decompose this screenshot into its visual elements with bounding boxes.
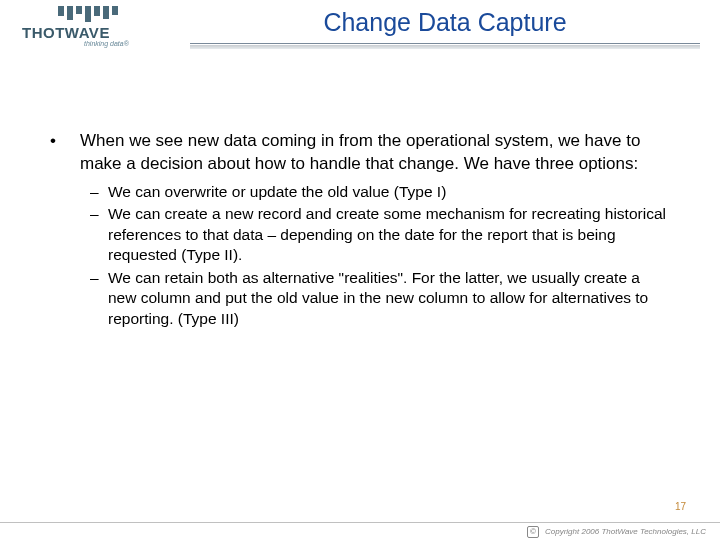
sub-text: We can create a new record and create so…	[108, 204, 670, 265]
bullet-item: • When we see new data coming in from th…	[50, 130, 670, 176]
bullet-mark: •	[50, 130, 80, 176]
logo-bars-icon	[58, 6, 182, 22]
sub-text: We can retain both as alternative "reali…	[108, 268, 670, 329]
title-underline-shadow	[190, 45, 700, 49]
sub-mark: –	[90, 204, 108, 265]
sub-mark: –	[90, 182, 108, 202]
logo-tagline: thinking data®	[84, 40, 182, 47]
footer: © Copyright 2006 ThotWave Technologies, …	[0, 522, 720, 540]
sub-text: We can overwrite or update the old value…	[108, 182, 446, 202]
logo-name: THOTWAVE	[22, 24, 182, 41]
sub-list: – We can overwrite or update the old val…	[50, 182, 670, 329]
copyright-icon: ©	[527, 526, 539, 538]
title-area: Change Data Capture	[190, 8, 700, 49]
slide-header: THOTWAVE thinking data® Change Data Capt…	[0, 0, 720, 70]
slide-content: • When we see new data coming in from th…	[0, 70, 720, 329]
sub-mark: –	[90, 268, 108, 329]
bullet-text: When we see new data coming in from the …	[80, 130, 670, 176]
page-number: 17	[675, 501, 686, 512]
logo: THOTWAVE thinking data®	[22, 6, 182, 47]
sub-item: – We can create a new record and create …	[90, 204, 670, 265]
slide-title: Change Data Capture	[190, 8, 700, 41]
sub-item: – We can overwrite or update the old val…	[90, 182, 670, 202]
title-underline	[190, 43, 700, 44]
copyright-text: Copyright 2006 ThotWave Technologies, LL…	[545, 527, 706, 536]
sub-item: – We can retain both as alternative "rea…	[90, 268, 670, 329]
